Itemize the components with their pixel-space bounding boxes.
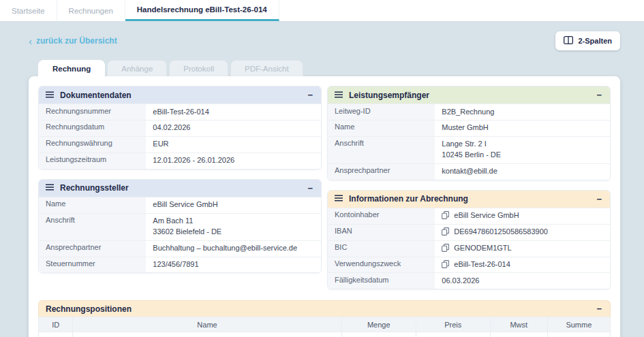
tab-protokoll-label: Protokoll [183, 65, 214, 73]
copy-icon[interactable] [442, 244, 449, 253]
drag-handle-icon[interactable] [335, 91, 343, 100]
field-row: IBAN DE69478601250586583900 [328, 224, 610, 240]
panel-abrechnung-header: Informationen zur Abrechnung − [328, 191, 610, 208]
field-value: Muster GmbH [435, 121, 610, 136]
field-row: BIC GENODEM1GTL [328, 240, 610, 257]
tab-rechnung[interactable]: Rechnung [38, 60, 105, 76]
drag-handle-icon[interactable] [46, 91, 54, 100]
back-to-overview-link[interactable]: ‹ zurück zur Übersicht [29, 36, 117, 46]
positions-title: Rechnungspositionen [46, 304, 595, 314]
field-row: Ansprechpartner Buchhaltung – buchaltung… [39, 240, 321, 257]
field-row: Rechnungswährung EUR [39, 136, 321, 153]
top-tab-bar: Startseite Rechnungen Handelsrechnung eB… [0, 0, 644, 21]
tab-rechnung-label: Rechnung [52, 65, 91, 73]
field-row: Leitweg-ID B2B_Rechnung [328, 103, 610, 120]
panel-abrechnung: Informationen zur Abrechnung − Kontoinha… [327, 190, 611, 290]
two-columns-label: 2-Spalten [578, 37, 612, 45]
field-row: Ansprechpartner kontakt@ebill.de [328, 163, 610, 180]
field-label: Fälligkeitsdatum [328, 273, 435, 289]
field-value: Lange Str. 2 I10245 Berlin - DE [435, 137, 610, 163]
tab-pdf-ansicht-label: PDF-Ansicht [245, 65, 289, 73]
field-value: B2B_Rechnung [435, 104, 610, 120]
collapse-panel-button[interactable]: − [595, 91, 603, 99]
tab-startseite[interactable]: Startseite [0, 0, 57, 21]
panel-title: Leistungsempfänger [349, 91, 589, 100]
field-row: Verwendungszweck eBill-Test-26-014 [328, 257, 610, 273]
field-value: eBill Service GmbH [146, 197, 321, 213]
field-value: 06.03.2026 [435, 273, 610, 289]
field-label: Rechnungswährung [39, 137, 146, 153]
position-name: [SKU-1763994467164]Test Article 17639944… [73, 332, 341, 337]
chevron-left-icon: ‹ [29, 36, 32, 46]
field-value: eBill-Test-26-014 [146, 104, 321, 120]
collapse-panel-button[interactable]: − [306, 91, 314, 99]
invoice-positions-section: Rechnungspositionen − ID Name Menge Prei… [38, 300, 611, 337]
field-label: Name [39, 197, 146, 213]
panel-leistungsempfaenger: Leistungsempfänger − Leitweg-ID B2B_Rech… [327, 86, 611, 180]
tab-pdf-ansicht[interactable]: PDF-Ansicht [230, 60, 303, 76]
app-window: Startseite Rechnungen Handelsrechnung eB… [0, 0, 644, 337]
collapse-panel-button[interactable]: − [595, 195, 603, 204]
invoice-card: Dokumentendaten − Rechnungsnummer eBill-… [29, 76, 620, 337]
field-label: IBAN [328, 225, 435, 240]
field-label: Ansprechpartner [39, 241, 146, 257]
left-column: Dokumentendaten − Rechnungsnummer eBill-… [38, 86, 322, 289]
positions-header: Rechnungspositionen − [38, 300, 611, 317]
panel-dokumentendaten: Dokumentendaten − Rechnungsnummer eBill-… [38, 86, 322, 170]
right-column: Leistungsempfänger − Leitweg-ID B2B_Rech… [327, 86, 611, 289]
column-header-mwst: Mwst [490, 317, 547, 332]
position-summe: 99,99 € [547, 332, 610, 337]
panel-title: Informationen zur Abrechnung [349, 194, 589, 204]
tab-startseite-label: Startseite [12, 7, 45, 15]
field-label: Ansprechpartner [328, 164, 435, 180]
field-value: eBill Service GmbH [435, 208, 610, 224]
field-value: 123/456/7891 [146, 257, 321, 273]
tab-rechnungen-label: Rechnungen [69, 7, 113, 15]
drag-handle-icon[interactable] [46, 183, 54, 193]
page-content: ‹ zurück zur Übersicht 2-Spalten Rechnun… [0, 31, 644, 337]
collapse-panel-button[interactable]: − [306, 184, 314, 193]
field-value: DE69478601250586583900 [435, 225, 610, 240]
field-label: Anschrift [39, 214, 146, 240]
tab-handelsrechnung-label: Handelsrechnung eBill-Test-26-014 [137, 5, 267, 14]
field-row: Name Muster GmbH [328, 120, 610, 136]
positions-header-row: ID Name Menge Preis Mwst Summe [39, 317, 611, 332]
field-label: Leistungszeitraum [39, 153, 146, 169]
back-link-label: zurück zur Übersicht [36, 36, 117, 46]
tab-anhaenge[interactable]: Anhänge [107, 60, 167, 76]
field-label: Leitweg-ID [328, 104, 435, 120]
tab-handelsrechnung[interactable]: Handelsrechnung eBill-Test-26-014 [125, 0, 279, 21]
field-value: eBill-Test-26-014 [435, 257, 610, 273]
field-value: Buchhaltung – buchaltung@ebill-service.d… [146, 241, 321, 257]
field-label: BIC [328, 241, 435, 257]
position-preis: 99,99 € [416, 332, 490, 337]
position-row: 1 [SKU-1763994467164]Test Article 176399… [39, 332, 611, 337]
field-row: Anschrift Am Bach 1133602 Bielefeld - DE [39, 213, 321, 240]
copy-icon[interactable] [442, 227, 449, 237]
field-value: EUR [146, 137, 321, 153]
drag-handle-icon[interactable] [335, 194, 343, 204]
panel-dokumentendaten-header: Dokumentendaten − [39, 86, 321, 103]
document-tabs: Rechnung Anhänge Protokoll PDF-Ansicht [38, 60, 620, 76]
tab-protokoll[interactable]: Protokoll [169, 60, 228, 76]
field-value: GENODEM1GTL [435, 241, 610, 257]
column-header-preis: Preis [416, 317, 490, 332]
field-label: Name [328, 121, 435, 136]
field-row: Fälligkeitsdatum 06.03.2026 [328, 272, 610, 289]
field-label: Verwendungszweck [328, 257, 435, 273]
tab-rechnungen[interactable]: Rechnungen [57, 0, 125, 21]
field-row: Kontoinhaber eBill Service GmbH [328, 208, 610, 224]
panel-rechnungssteller-header: Rechnungssteller − [39, 180, 321, 197]
panel-rechnungssteller: Rechnungssteller − Name eBill Service Gm… [38, 179, 322, 274]
two-columns-toggle-button[interactable]: 2-Spalten [555, 31, 620, 50]
collapse-panel-button[interactable]: − [595, 304, 603, 313]
field-row: Rechnungsdatum 04.02.2026 [39, 120, 321, 136]
position-menge: 1 Stck [341, 332, 416, 337]
copy-icon[interactable] [442, 260, 449, 270]
field-row: Steuernummer 123/456/7891 [39, 257, 321, 273]
copy-icon[interactable] [442, 211, 449, 221]
column-header-name: Name [73, 317, 341, 332]
field-label: Anschrift [328, 137, 435, 163]
position-id: 1 [39, 332, 73, 337]
field-label: Kontoinhaber [328, 208, 435, 224]
